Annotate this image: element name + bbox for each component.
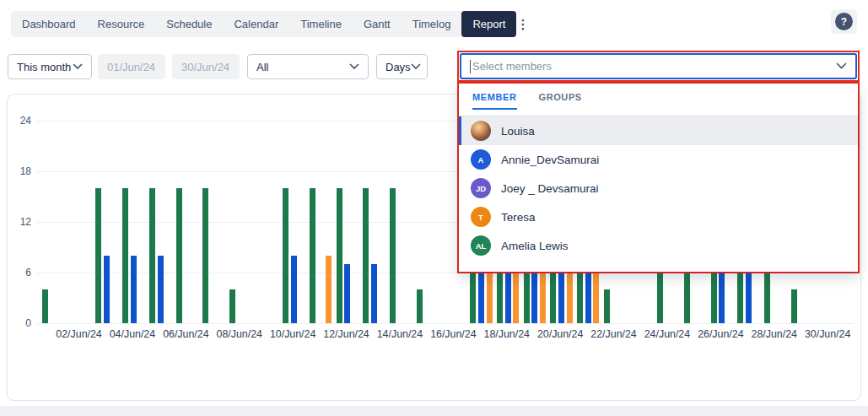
member-dropdown-panel: MEMBERGROUPS LouisaAAnnie_DevSamuraiJDJo… bbox=[459, 84, 858, 272]
y-tick-label-6: 6 bbox=[8, 267, 31, 278]
tab-dashboard[interactable]: Dashboard bbox=[11, 11, 87, 37]
question-mark-icon: ? bbox=[835, 13, 853, 30]
selected-row-indicator bbox=[459, 116, 461, 145]
bar-capacity-29/Jun/24 bbox=[791, 289, 797, 323]
y-tick-label-12: 12 bbox=[8, 216, 31, 228]
member-name: Joey _ Devsamurai bbox=[501, 182, 599, 195]
period-select-value: This month bbox=[17, 61, 71, 73]
project-filter-select[interactable]: All bbox=[247, 54, 369, 79]
member-row-teresa[interactable]: TTeresa bbox=[459, 203, 858, 231]
bar-capacity-15/Jun/24 bbox=[417, 289, 423, 323]
bar-capacity-10/Jun/24 bbox=[283, 188, 288, 323]
bar-capacity-14/Jun/24 bbox=[390, 188, 396, 323]
tab-resource[interactable]: Resource bbox=[87, 11, 156, 37]
avatar-initials: A bbox=[471, 149, 491, 170]
x-tick-label-30/Jun/24: 30/Jun/24 bbox=[794, 328, 861, 340]
member-list: LouisaAAnnie_DevSamuraiJDJoey _ Devsamur… bbox=[459, 116, 858, 260]
bar-capacity-12/Jun/24 bbox=[337, 188, 342, 323]
granularity-select[interactable]: Days bbox=[376, 54, 428, 79]
y-tick-label-24: 24 bbox=[8, 115, 31, 127]
select-members-placeholder: Select members bbox=[472, 60, 552, 73]
tab-member[interactable]: MEMBER bbox=[472, 92, 517, 110]
bar-scheduled-13/Jun/24 bbox=[371, 264, 377, 323]
bar-capacity-03/Jun/24 bbox=[95, 188, 101, 323]
member-name: Amelia Lewis bbox=[501, 240, 569, 252]
y-tick-label-0: 0 bbox=[8, 317, 31, 329]
select-members-input[interactable]: Select members bbox=[460, 53, 857, 79]
bar-capacity-08/Jun/24 bbox=[229, 289, 235, 323]
gridline-0h bbox=[36, 323, 854, 324]
avatar-initials: T bbox=[471, 207, 491, 227]
tab-calendar[interactable]: Calendar bbox=[223, 11, 289, 37]
chevron-down-icon bbox=[836, 62, 847, 70]
period-select[interactable]: This month bbox=[8, 54, 92, 79]
member-name: Teresa bbox=[501, 211, 536, 224]
date-to-value: 30/Jun/24 bbox=[181, 61, 229, 73]
bar-capacity-07/Jun/24 bbox=[202, 188, 208, 323]
bar-scheduled-04/Jun/24 bbox=[131, 256, 137, 323]
member-name: Annie_DevSamurai bbox=[501, 154, 599, 166]
bar-capacity-22/Jun/24 bbox=[604, 289, 610, 323]
bar-scheduled-12/Jun/24 bbox=[344, 264, 350, 323]
granularity-value: Days bbox=[385, 61, 411, 73]
bar-capacity-13/Jun/24 bbox=[363, 188, 369, 323]
more-tabs-button[interactable]: ⋮ bbox=[516, 11, 529, 37]
bar-capacity-05/Jun/24 bbox=[149, 188, 155, 323]
date-to-field[interactable]: 30/Jun/24 bbox=[172, 54, 240, 79]
bar-capacity-11/Jun/24 bbox=[310, 188, 315, 323]
bar-capacity-06/Jun/24 bbox=[176, 188, 182, 323]
chevron-down-icon bbox=[411, 63, 421, 70]
bar-scheduled-10/Jun/24 bbox=[291, 256, 297, 323]
avatar-initials: AL bbox=[471, 235, 491, 256]
bar-logged-11/Jun/24 bbox=[326, 256, 332, 323]
date-from-value: 01/Jun/24 bbox=[107, 61, 155, 73]
module-tab-bar: DashboardResourceScheduleCalendarTimelin… bbox=[11, 11, 472, 37]
bar-scheduled-05/Jun/24 bbox=[158, 256, 164, 323]
tab-groups[interactable]: GROUPS bbox=[539, 92, 582, 110]
bar-scheduled-03/Jun/24 bbox=[104, 256, 110, 323]
avatar-photo bbox=[471, 121, 491, 141]
date-from-field[interactable]: 01/Jun/24 bbox=[98, 54, 165, 79]
member-row-louisa[interactable]: Louisa bbox=[459, 116, 858, 145]
bar-capacity-04/Jun/24 bbox=[122, 188, 128, 323]
bar-capacity-01/Jun/24 bbox=[42, 289, 48, 323]
y-tick-label-18: 18 bbox=[8, 165, 31, 177]
member-row-joey---devsamurai[interactable]: JDJoey _ Devsamurai bbox=[459, 174, 858, 203]
member-row-amelia-lewis[interactable]: ALAmelia Lewis bbox=[459, 231, 858, 260]
text-caret bbox=[470, 60, 471, 73]
member-name: Louisa bbox=[501, 125, 535, 138]
tab-timelog[interactable]: Timelog bbox=[402, 11, 462, 37]
help-button[interactable]: ? bbox=[831, 9, 857, 34]
project-filter-value: All bbox=[256, 61, 268, 73]
tab-timeline[interactable]: Timeline bbox=[289, 11, 353, 37]
tab-gantt[interactable]: Gantt bbox=[353, 11, 402, 37]
report-page: DashboardResourceScheduleCalendarTimelin… bbox=[0, 0, 868, 416]
member-panel-tabs: MEMBERGROUPS bbox=[472, 92, 582, 110]
avatar-initials: JD bbox=[471, 178, 491, 198]
tab-schedule[interactable]: Schedule bbox=[155, 11, 223, 37]
vertical-dots-icon: ⋮ bbox=[516, 17, 529, 32]
chevron-down-icon bbox=[73, 63, 83, 70]
member-row-annie-devsamurai[interactable]: AAnnie_DevSamurai bbox=[459, 145, 858, 174]
page-bottom-strip bbox=[0, 406, 868, 416]
chevron-down-icon bbox=[349, 63, 359, 70]
tab-report[interactable]: Report bbox=[461, 11, 516, 37]
